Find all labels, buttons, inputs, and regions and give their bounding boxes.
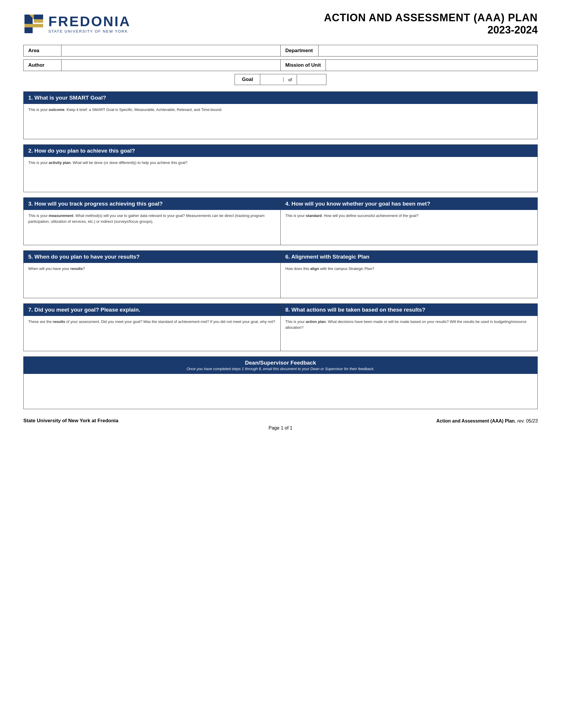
goal-center: Goal of xyxy=(234,74,326,85)
section-3-body[interactable]: This is your measurement. What method(s)… xyxy=(24,210,280,245)
section-4-desc: This is your standard. How will you defi… xyxy=(285,213,533,219)
logo-name: FREDONIA xyxy=(48,15,131,29)
goal-label: Goal xyxy=(235,74,260,85)
section-3-header: 3. How will you track progress achieving… xyxy=(24,198,280,210)
section-4-bold: standard xyxy=(306,213,322,218)
section-1-title: 1. What is your SMART Goal? xyxy=(28,95,533,101)
section-1-desc: This is your outcome. Keep it brief: a S… xyxy=(28,107,533,113)
feedback-header: Dean/Supervisor Feedback Once you have c… xyxy=(24,357,537,374)
section-7-header: 7. Did you meet your goal? Please explai… xyxy=(24,304,280,316)
mission-value[interactable] xyxy=(326,60,537,71)
section-6-header: 6. Alignment with Strategic Plan xyxy=(280,251,537,263)
mission-field: Mission of Unit xyxy=(280,59,538,71)
page-footer: State University of New York at Fredonia… xyxy=(23,418,538,424)
footer-right-italic: , rev. 05/23 xyxy=(515,418,538,423)
area-label: Area xyxy=(24,45,61,56)
goal-row: Goal of xyxy=(23,74,538,85)
section-5-header: 5. When do you plan to have your results… xyxy=(24,251,280,263)
section-4-header: 4. How will you know whether your goal h… xyxy=(280,198,537,210)
author-field: Author xyxy=(23,59,280,71)
feedback-body[interactable] xyxy=(24,374,537,409)
logo-text: FREDONIA STATE UNIVERSITY OF NEW YORK xyxy=(48,15,131,33)
section-8-bold: action plan xyxy=(306,319,326,324)
footer-left-text: State University of New York at Fredonia xyxy=(23,418,118,424)
department-value[interactable] xyxy=(319,45,537,56)
section-5-desc: When will you have your results? xyxy=(28,266,276,272)
section-4-box: 4. How will you know whether your goal h… xyxy=(280,197,538,245)
goal-number[interactable] xyxy=(260,77,284,82)
logo-subtitle: STATE UNIVERSITY OF NEW YORK xyxy=(48,29,131,33)
section-5-box: 5. When do you plan to have your results… xyxy=(23,250,280,298)
author-mission-row: Author Mission of Unit xyxy=(23,59,538,71)
section-7-desc: These are the results of your assessment… xyxy=(28,319,276,325)
section-1-box: 1. What is your SMART Goal? This is your… xyxy=(23,91,538,139)
sections-5-6-row: 5. When do you plan to have your results… xyxy=(23,250,538,298)
page-header: FREDONIA STATE UNIVERSITY OF NEW YORK AC… xyxy=(23,12,538,36)
section-3-box: 3. How will you track progress achieving… xyxy=(23,197,280,245)
section-6-box: 6. Alignment with Strategic Plan How doe… xyxy=(280,250,538,298)
footer-right-bold: Action and Assessment (AAA) Plan xyxy=(436,418,515,423)
section-7-bold: results xyxy=(53,319,65,324)
section-7-body[interactable]: These are the results of your assessment… xyxy=(24,316,280,351)
author-value[interactable] xyxy=(61,60,280,71)
department-label: Department xyxy=(280,45,319,56)
page-label: Page xyxy=(269,425,279,430)
section-2-header: 2. How do you plan to achieve this goal? xyxy=(24,145,537,157)
section-6-bold: align xyxy=(310,266,319,271)
page-number: 1 xyxy=(280,425,283,430)
svg-rect-3 xyxy=(34,19,43,23)
area-field: Area xyxy=(23,45,280,56)
section-2-body[interactable]: This is your activity plan. What will be… xyxy=(24,157,537,192)
section-4-body[interactable]: This is your standard. How will you defi… xyxy=(280,210,537,245)
section-5-title: 5. When do you plan to have your results… xyxy=(28,254,276,260)
page-total: 1 xyxy=(290,425,293,430)
svg-rect-4 xyxy=(24,24,43,27)
section-8-body[interactable]: This is your action plan. What decisions… xyxy=(280,316,537,351)
section-6-title: 6. Alignment with Strategic Plan xyxy=(285,254,533,260)
goal-of: of xyxy=(284,75,297,84)
section-6-desc: How does this align with the campus Stra… xyxy=(285,266,533,272)
section-8-desc: This is your action plan. What decisions… xyxy=(285,319,533,330)
section-6-body[interactable]: How does this align with the campus Stra… xyxy=(280,263,537,298)
goal-total[interactable] xyxy=(297,77,326,82)
footer-right-text: Action and Assessment (AAA) Plan, rev. 0… xyxy=(436,418,538,424)
section-5-body[interactable]: When will you have your results? xyxy=(24,263,280,298)
section-3-title: 3. How will you track progress achieving… xyxy=(28,201,276,207)
section-2-bold: activity plan xyxy=(49,160,70,165)
document-title: ACTION AND ASSESSMENT (AAA) PLAN xyxy=(324,12,538,24)
mission-label: Mission of Unit xyxy=(280,60,326,71)
section-4-title: 4. How will you know whether your goal h… xyxy=(285,201,533,207)
logo-area: FREDONIA STATE UNIVERSITY OF NEW YORK xyxy=(23,13,131,34)
section-8-header: 8. What actions will be taken based on t… xyxy=(280,304,537,316)
feedback-box: Dean/Supervisor Feedback Once you have c… xyxy=(23,356,538,409)
department-field: Department xyxy=(280,45,538,56)
section-3-bold: measurement xyxy=(49,213,73,218)
sections-7-8-row: 7. Did you meet your goal? Please explai… xyxy=(23,303,538,351)
section-5-bold: results xyxy=(70,266,83,271)
fredonia-logo-icon xyxy=(23,13,44,34)
section-2-title: 2. How do you plan to achieve this goal? xyxy=(28,148,533,154)
document-title-block: ACTION AND ASSESSMENT (AAA) PLAN 2023-20… xyxy=(324,12,538,36)
page-number-row: Page 1 of 1 xyxy=(23,425,538,431)
area-value[interactable] xyxy=(61,45,280,56)
section-7-box: 7. Did you meet your goal? Please explai… xyxy=(23,303,280,351)
page-of: of xyxy=(285,425,289,430)
author-label: Author xyxy=(24,60,61,71)
section-2-box: 2. How do you plan to achieve this goal?… xyxy=(23,144,538,192)
area-department-row: Area Department xyxy=(23,45,538,56)
section-1-header: 1. What is your SMART Goal? xyxy=(24,92,537,104)
feedback-title: Dean/Supervisor Feedback xyxy=(28,360,533,366)
section-1-bold: outcome xyxy=(49,107,64,112)
feedback-subtitle: Once you have completed steps 1 through … xyxy=(28,367,533,371)
section-7-title: 7. Did you meet your goal? Please explai… xyxy=(28,307,276,313)
section-1-body[interactable]: This is your outcome. Keep it brief: a S… xyxy=(24,104,537,139)
section-8-title: 8. What actions will be taken based on t… xyxy=(285,307,533,313)
sections-3-4-row: 3. How will you track progress achieving… xyxy=(23,197,538,245)
section-2-desc: This is your activity plan. What will be… xyxy=(28,160,533,166)
section-3-desc: This is your measurement. What method(s)… xyxy=(28,213,276,224)
document-year: 2023-2024 xyxy=(324,24,538,36)
section-8-box: 8. What actions will be taken based on t… xyxy=(280,303,538,351)
